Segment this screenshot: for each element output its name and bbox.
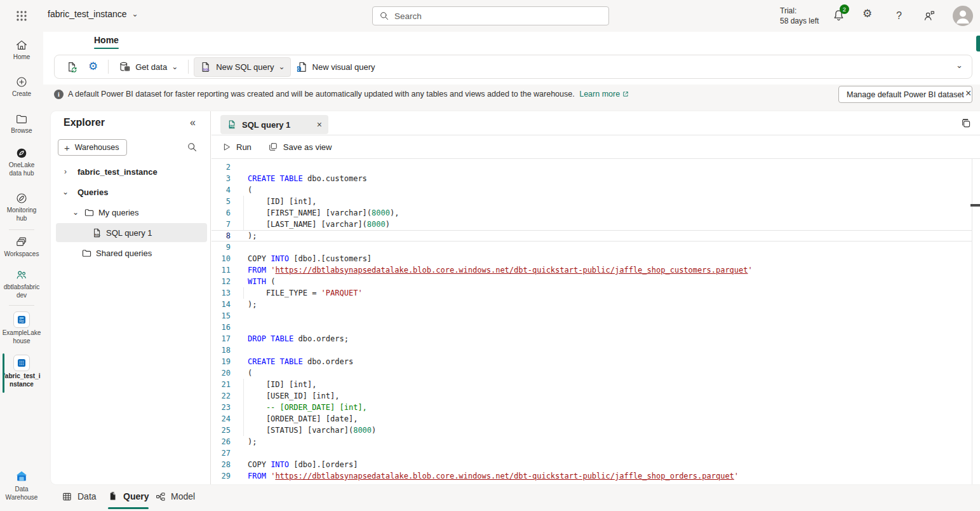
save-as-view-button[interactable]: Save as view bbox=[268, 142, 332, 152]
line-number: 4 bbox=[211, 184, 231, 196]
sidebar-item-data-warehouse[interactable]: Data Warehouse bbox=[0, 469, 43, 501]
global-search[interactable] bbox=[372, 6, 609, 25]
account-avatar[interactable] bbox=[953, 6, 973, 26]
code-line[interactable]: 6 [FIRST_NAME] [varchar](8000), bbox=[211, 207, 972, 219]
code-line[interactable]: 11FROM 'https://dbtlabsynapsedatalake.bl… bbox=[211, 264, 972, 276]
chevron-right-icon[interactable]: › bbox=[61, 167, 70, 176]
code-line[interactable]: 22 [USER_ID] [int], bbox=[211, 390, 972, 402]
code-text bbox=[231, 161, 248, 173]
tab-label: SQL query 1 bbox=[242, 120, 290, 130]
manage-default-dataset-button[interactable]: Manage default Power BI dataset bbox=[838, 86, 972, 103]
code-line[interactable]: 9 bbox=[211, 242, 972, 253]
get-data-button[interactable]: Get data ⌄ bbox=[114, 58, 183, 76]
add-warehouses-button[interactable]: + Warehouses bbox=[58, 139, 127, 156]
code-line[interactable]: 23 -- [ORDER_DATE] [int], bbox=[211, 402, 972, 413]
copy-icon[interactable] bbox=[960, 118, 972, 129]
sidebar-item-monitoring-hub[interactable]: Monitoring hub bbox=[0, 191, 43, 222]
sidebar-item-dbtlabsfabricdev[interactable]: dbtlabsfabricdev bbox=[0, 268, 43, 299]
line-number: 15 bbox=[211, 310, 231, 322]
code-line[interactable]: 29FROM 'https://dbtlabsynapsedatalake.bl… bbox=[211, 470, 972, 482]
code-line[interactable]: 20( bbox=[211, 367, 972, 379]
chevron-down-icon: ⌄ bbox=[171, 64, 178, 70]
editor-scrollbar-thumb[interactable] bbox=[970, 204, 980, 207]
tree-item-warehouse-root[interactable]: › fabric_test_instance bbox=[56, 162, 207, 181]
sidebar-item-workspaces[interactable]: Workspaces bbox=[0, 235, 43, 258]
sql-code-editor[interactable]: 23CREATE TABLE dbo.customers4(5 [ID] [in… bbox=[211, 159, 972, 484]
tree-item-sql-query-1[interactable]: SQL SQL query 1 bbox=[56, 223, 207, 242]
workspace-name: fabric_test_instance bbox=[48, 9, 127, 19]
new-query-refresh-button[interactable] bbox=[61, 58, 83, 76]
banner-close-icon[interactable]: × bbox=[965, 88, 971, 99]
share-button[interactable]: Share bbox=[976, 36, 980, 51]
left-nav-rail: Home Create Browse OneLake data hub Moni… bbox=[0, 32, 43, 511]
workspace-selector[interactable]: fabric_test_instance ⌄ bbox=[48, 9, 138, 19]
rail-divider bbox=[9, 229, 34, 230]
settings-button[interactable]: ⚙ bbox=[83, 58, 103, 76]
code-line[interactable]: 2 bbox=[211, 161, 972, 173]
code-line[interactable]: 7 [LAST_NAME] [varchar](8000) bbox=[211, 219, 972, 230]
explorer-panel: Explorer « + Warehouses › fabric_test_in… bbox=[51, 111, 211, 484]
code-text: ); bbox=[231, 436, 257, 447]
code-text: [FIRST_NAME] [varchar](8000), bbox=[231, 207, 399, 219]
tree-item-my-queries[interactable]: ⌄ My queries bbox=[56, 203, 207, 222]
feedback-icon[interactable] bbox=[922, 9, 936, 23]
search-input[interactable] bbox=[394, 11, 585, 21]
line-number: 6 bbox=[211, 207, 231, 219]
settings-gear-icon[interactable]: ⚙ bbox=[863, 8, 876, 22]
tab-home[interactable]: Home bbox=[94, 35, 119, 49]
code-line[interactable]: 24 [ORDER_DATE] [date], bbox=[211, 413, 972, 425]
run-button[interactable]: Run bbox=[222, 142, 252, 152]
code-line[interactable]: 25 [STATUS] [varchar](8000) bbox=[211, 425, 972, 436]
line-number: 17 bbox=[211, 333, 231, 344]
tab-data[interactable]: Data bbox=[62, 487, 97, 506]
toolbar-divider bbox=[108, 60, 109, 74]
sidebar-item-create[interactable]: Create bbox=[0, 75, 43, 98]
tab-query[interactable]: Query bbox=[108, 487, 149, 506]
code-line[interactable]: 12WITH ( bbox=[211, 276, 972, 287]
code-line[interactable]: 4( bbox=[211, 184, 972, 196]
tab-close-icon[interactable]: × bbox=[317, 119, 322, 130]
chevron-down-icon[interactable]: ⌄ bbox=[61, 187, 70, 196]
new-sql-query-button[interactable]: SQL New SQL query ⌄ bbox=[194, 57, 290, 77]
code-line[interactable]: 18 bbox=[211, 344, 972, 356]
code-text: [ID] [int], bbox=[231, 379, 316, 390]
tree-item-shared-queries[interactable]: Shared queries bbox=[56, 243, 207, 262]
explorer-search-icon[interactable] bbox=[187, 142, 198, 153]
code-line[interactable]: 21 [ID] [int], bbox=[211, 379, 972, 390]
sidebar-item-onelake-data-hub[interactable]: OneLake data hub bbox=[0, 146, 43, 177]
plus-icon: + bbox=[64, 142, 70, 153]
code-line[interactable]: 27 bbox=[211, 447, 972, 459]
code-line[interactable]: 19CREATE TABLE dbo.orders bbox=[211, 356, 972, 367]
code-line[interactable]: 28COPY INTO [dbo].[orders] bbox=[211, 459, 972, 470]
code-line[interactable]: 26); bbox=[211, 436, 972, 447]
line-number: 7 bbox=[211, 219, 231, 230]
toolbar-overflow-chevron[interactable]: ⌄ bbox=[956, 60, 963, 70]
monitoring-hub-icon bbox=[0, 191, 43, 205]
code-line[interactable]: 15 bbox=[211, 310, 972, 322]
line-number: 25 bbox=[211, 425, 231, 436]
collapse-panel-icon[interactable]: « bbox=[190, 117, 196, 128]
tab-sql-query-1[interactable]: SQL SQL query 1 × bbox=[220, 115, 328, 134]
help-icon[interactable]: ? bbox=[896, 10, 910, 24]
editor-scrollbar-track bbox=[972, 159, 972, 484]
learn-more-link[interactable]: Learn more bbox=[579, 90, 620, 99]
sidebar-item-fabric-test-instance[interactable]: fabric_test_instance bbox=[0, 355, 43, 388]
chevron-down-icon[interactable]: ⌄ bbox=[71, 208, 80, 217]
sidebar-item-examplelakehouse[interactable]: ExampleLakehouse bbox=[0, 311, 43, 345]
code-line[interactable]: 10COPY INTO [dbo].[customers] bbox=[211, 253, 972, 264]
code-line[interactable]: 8); bbox=[211, 230, 972, 242]
new-visual-query-button[interactable]: New visual query bbox=[291, 58, 380, 76]
tab-model[interactable]: Model bbox=[155, 487, 195, 506]
code-line[interactable]: 13 FILE_TYPE = 'PARQUET' bbox=[211, 287, 972, 299]
code-line[interactable]: 5 [ID] [int], bbox=[211, 196, 972, 207]
sidebar-item-browse[interactable]: Browse bbox=[0, 112, 43, 135]
code-line[interactable]: 16 bbox=[211, 322, 972, 333]
tree-item-queries[interactable]: ⌄ Queries bbox=[56, 182, 207, 201]
code-line[interactable]: 14); bbox=[211, 299, 972, 310]
app-launcher-icon[interactable] bbox=[15, 10, 28, 22]
code-line[interactable]: 3CREATE TABLE dbo.customers bbox=[211, 173, 972, 184]
trial-label: Trial: bbox=[780, 6, 819, 16]
sidebar-item-home[interactable]: Home bbox=[0, 38, 43, 61]
code-line[interactable]: 17DROP TABLE dbo.orders; bbox=[211, 333, 972, 344]
code-text bbox=[231, 447, 248, 459]
